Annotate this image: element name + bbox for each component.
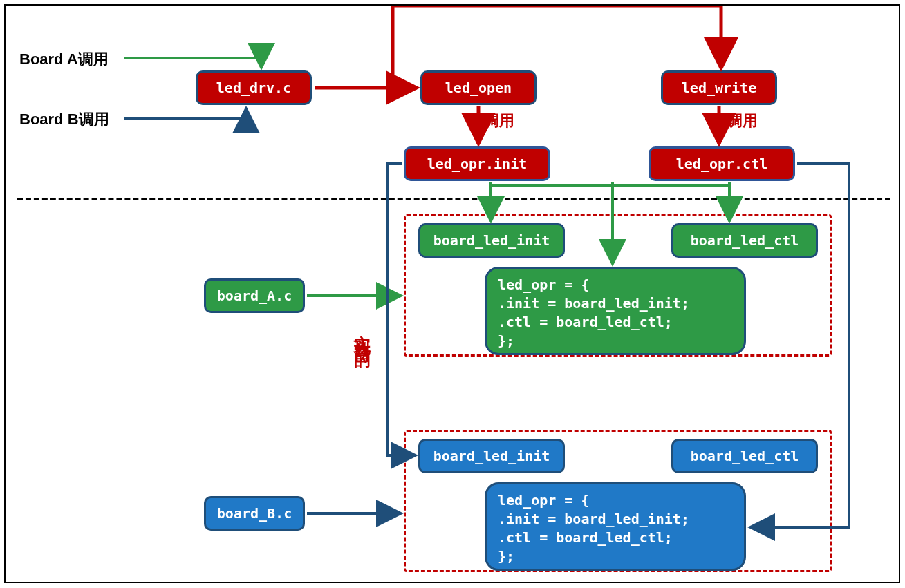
code-line: .init = board_led_init;: [498, 510, 733, 529]
board-b-call-label: Board B调用: [19, 109, 109, 130]
code-line: led_opr = {: [498, 276, 733, 294]
led-drv-box: led_drv.c: [196, 70, 312, 105]
code-line: };: [498, 332, 733, 350]
vertical-label: 实现自己的: [351, 322, 373, 343]
blue-board-led-ctl: board_led_ctl: [671, 439, 818, 473]
board-a-box: board_A.c: [204, 278, 305, 313]
blue-board-led-init: board_led_init: [418, 439, 565, 473]
board-a-call-label: Board A调用: [19, 49, 109, 70]
led-opr-init-box: led_opr.init: [404, 146, 550, 181]
led-opr-ctl-box: led_opr.ctl: [649, 146, 795, 181]
dashed-divider: [17, 198, 890, 200]
led-open-box: led_open: [420, 70, 537, 105]
green-code-box: led_opr = { .init = board_led_init; .ctl…: [485, 267, 746, 355]
code-line: .init = board_led_init;: [498, 294, 733, 313]
diagram-canvas: Board A调用 Board B调用 led_drv.c led_open l…: [4, 4, 900, 583]
green-board-led-ctl: board_led_ctl: [671, 223, 818, 258]
code-line: .ctl = board_led_ctl;: [498, 529, 733, 547]
board-b-box: board_B.c: [204, 496, 305, 531]
code-line: led_opr = {: [498, 491, 733, 510]
green-board-led-init: board_led_init: [418, 223, 565, 258]
led-write-box: led_write: [661, 70, 777, 105]
blue-code-box: led_opr = { .init = board_led_init; .ctl…: [485, 482, 746, 571]
call-label-2: 调用: [727, 111, 758, 131]
code-line: .ctl = board_led_ctl;: [498, 313, 733, 332]
code-line: };: [498, 547, 733, 566]
call-label-1: 调用: [484, 111, 514, 131]
